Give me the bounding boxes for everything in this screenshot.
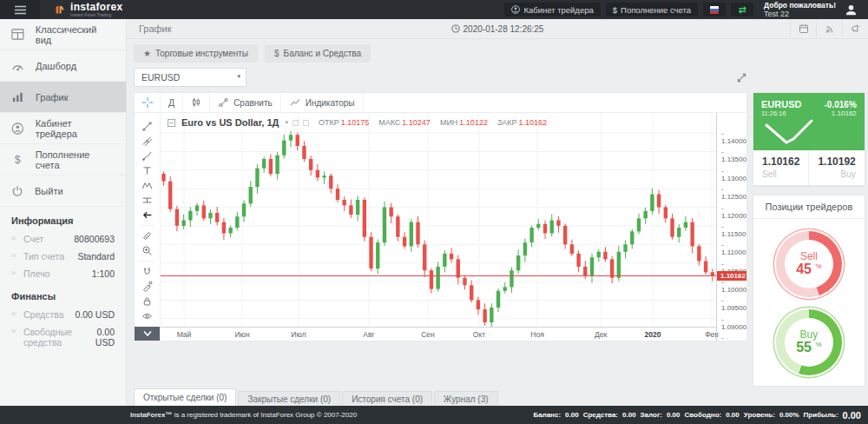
info-value: Standard: [77, 251, 115, 262]
indicators-button[interactable]: Индикаторы: [281, 93, 364, 112]
xabcd-pattern-tool-button[interactable]: [135, 178, 160, 193]
sell-positions-donut: Sell 45 %: [776, 231, 842, 297]
visibility-eye-button[interactable]: [135, 308, 160, 323]
collapse-toolbar-button[interactable]: [135, 327, 160, 341]
info-section-title: Информация: [0, 207, 126, 230]
time-tick-label: Дек: [595, 330, 607, 339]
tab-3[interactable]: Журнал (3): [434, 391, 498, 406]
brush-tool-button[interactable]: [135, 149, 160, 163]
chart-series-title: Euro vs US Dollar, 1Д: [181, 117, 279, 128]
stat-label: Уровень:: [744, 411, 775, 419]
sidebar-item-dashboard[interactable]: Дашборд: [0, 50, 126, 82]
price-tick-label: - 1.11500: [721, 222, 746, 238]
sidebar-item-classic-view[interactable]: Классический вид: [0, 19, 126, 50]
deposit-button[interactable]: $ Пополнение счета: [606, 3, 698, 17]
account-stats: Баланс:0.00Средства:0.00Залог:0.00Свобод…: [533, 410, 861, 421]
server-datetime: 2020-01-28 12:26:25: [464, 24, 544, 34]
stat-label: Средства:: [583, 411, 618, 419]
sidebar-item-chart[interactable]: График: [0, 82, 126, 113]
trading-instruments-button[interactable]: ★ Торговые инструменты: [134, 44, 258, 63]
legend-visibility-icon[interactable]: [293, 120, 299, 126]
crosshair-tool-button[interactable]: [135, 93, 161, 112]
instaforex-logo[interactable]: instaforex Instant Forex Trading: [54, 2, 122, 17]
price-tick-label: - 1.09500: [721, 296, 746, 312]
chart-panel: Д Сравнить Индикаторы: [134, 92, 747, 341]
stat-value: 0.00: [843, 410, 861, 421]
buy-price: 1.10192: [818, 156, 855, 168]
trademark-text: InstaForex™ is a registered trademark of…: [130, 411, 357, 419]
price-tick-label: - 1.09000: [721, 315, 746, 331]
position-tool-button[interactable]: [135, 193, 160, 208]
gann-fib-tool-button[interactable]: [135, 134, 160, 149]
compare-button[interactable]: Сравнить: [210, 93, 281, 112]
chart-legend: Euro vs US Dollar, 1Д ▾ ОТКР1.10175 МАКС…: [168, 117, 547, 128]
magnet-tool-button[interactable]: [135, 264, 160, 279]
hamburger-menu-button[interactable]: [0, 0, 40, 19]
chevron-down-icon[interactable]: ▾: [285, 119, 288, 126]
lock-tool-button[interactable]: [135, 294, 160, 308]
quote-card[interactable]: EURUSD -0.016% 11:26:16 1.10162 1.10162 …: [753, 92, 865, 186]
ruler-tool-button[interactable]: [135, 229, 160, 243]
sidebar: Классический вид Дашборд График Кабинет …: [0, 19, 127, 406]
announcements-button[interactable]: [842, 19, 868, 39]
rss-button[interactable]: [816, 19, 842, 39]
undo-arrow-button[interactable]: [135, 208, 160, 222]
tab-2[interactable]: История счета (0): [342, 391, 432, 406]
time-axis[interactable]: МайИюнИюлАвгСенОктНояДек2020Фев: [161, 327, 716, 341]
tab-0[interactable]: Открытые сделки (0): [134, 388, 236, 406]
sell-donut-value: 45 %: [796, 262, 821, 277]
stat-value: 0.00: [565, 411, 579, 419]
sell-quote-cell[interactable]: 1.10162 Sell: [753, 150, 808, 185]
buy-donut-value: 55 %: [796, 341, 821, 355]
symbol-select[interactable]: EURUSD: [135, 69, 246, 86]
stat-value: 0.00: [622, 411, 636, 419]
dollar-icon: $: [274, 49, 279, 58]
calendar-button[interactable]: [790, 19, 816, 39]
ohlc-open: ОТКР1.10175: [319, 118, 369, 127]
ohlc-high: МАКС1.10247: [378, 118, 431, 127]
zoom-in-tool-button[interactable]: [135, 243, 160, 258]
sidebar-item-logout[interactable]: Выйти: [0, 176, 126, 207]
lock-drawings-tool-button[interactable]: [135, 279, 160, 294]
stat-label: Свободно:: [685, 411, 722, 419]
sell-price: 1.10162: [762, 156, 799, 168]
quote-symbol: EURUSD: [761, 99, 801, 109]
fullscreen-button[interactable]: [736, 72, 747, 83]
balance-funds-button[interactable]: $ Баланс и Средства: [265, 44, 371, 63]
finance-rows: »Средства0.00 USD»Свободные средства0.00…: [0, 306, 126, 351]
collapse-legend-icon[interactable]: [168, 119, 175, 127]
dashboard-icon: [11, 60, 24, 71]
interval-button[interactable]: Д: [161, 93, 183, 112]
quote-price: 1.10162: [832, 109, 857, 117]
trader-cabinet-button[interactable]: Кабинет трейдера: [504, 3, 600, 17]
sidebar-item-trader-cabinet[interactable]: Кабинет трейдера: [0, 113, 126, 144]
legend-settings-icon[interactable]: [303, 120, 309, 126]
drawing-tools-column: [135, 113, 161, 341]
price-axis[interactable]: 1.10162 - 1.14000- 1.13500- 1.13000- 1.1…: [716, 113, 746, 341]
magnet-tool-icon: [141, 266, 153, 277]
language-flag-button[interactable]: [703, 3, 726, 17]
footer: InstaForex™ is a registered trademark of…: [0, 406, 868, 424]
text-tool-icon: [141, 165, 153, 176]
time-tick-label: Сен: [421, 330, 435, 339]
user-avatar-button[interactable]: [845, 3, 858, 17]
trend-line-tool-button[interactable]: [135, 119, 160, 134]
chart-plot-area[interactable]: Euro vs US Dollar, 1Д ▾ ОТКР1.10175 МАКС…: [161, 113, 716, 327]
chart-toolbar: Д Сравнить Индикаторы: [135, 93, 746, 113]
chart-style-button[interactable]: [183, 93, 210, 112]
exchange-button[interactable]: ⇄: [731, 3, 753, 17]
text-tool-button[interactable]: [135, 163, 160, 178]
buy-quote-cell[interactable]: 1.10192 Buy: [808, 150, 864, 185]
buy-label: Buy: [818, 169, 855, 179]
finance-section-title: Финансы: [0, 282, 126, 306]
info-row: »Средства0.00 USD: [0, 306, 126, 323]
price-tick-label: - 1.08500: [721, 334, 746, 341]
tab-1[interactable]: Закрытые сделки (0): [238, 391, 340, 406]
price-tick-label: - 1.14000: [721, 129, 746, 145]
sidebar-item-deposit[interactable]: $ Пополнение счета: [0, 144, 126, 176]
quote-card-header: EURUSD -0.016% 11:26:16 1.10162: [753, 93, 865, 150]
info-row: »Плечо1:100: [0, 265, 126, 282]
right-panel: EURUSD -0.016% 11:26:16 1.10162 1.10162 …: [753, 92, 865, 387]
brand-tagline: Instant Forex Trading: [70, 13, 122, 17]
person-icon: [11, 123, 24, 135]
